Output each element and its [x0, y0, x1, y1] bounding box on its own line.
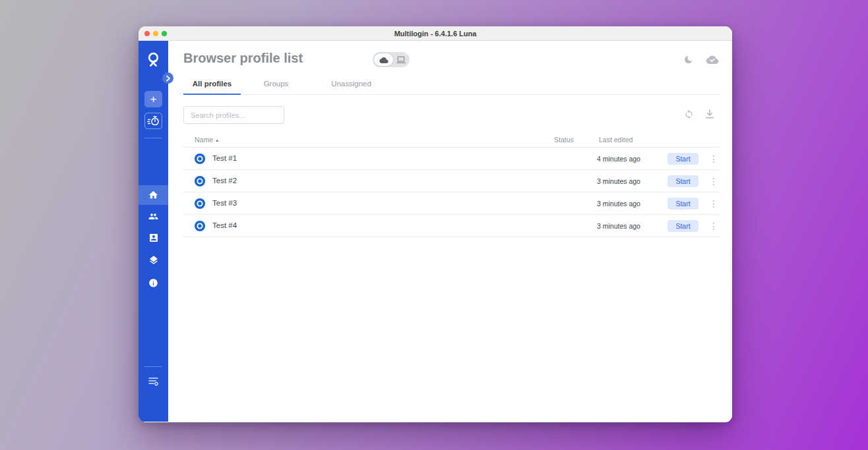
toggle-option-local[interactable]: [396, 55, 406, 67]
table-row[interactable]: Test #3 3 minutes ago Start ⋮: [168, 192, 732, 215]
chevron-right-icon: [166, 75, 171, 82]
sidebar-item-contacts[interactable]: [139, 228, 168, 248]
mimic-browser-icon: [195, 154, 205, 164]
row-menu-icon[interactable]: ⋮: [709, 175, 717, 188]
column-header-name[interactable]: Name▲: [195, 136, 219, 144]
column-header-last-edited[interactable]: Last edited: [599, 136, 633, 144]
refresh-button[interactable]: [684, 109, 694, 122]
sidebar-item-teams[interactable]: [139, 206, 168, 226]
profile-name: Test #4: [212, 221, 237, 229]
cloud-local-toggle[interactable]: [373, 52, 410, 67]
tabs: All profiles Groups Unassigned: [168, 77, 732, 95]
start-button[interactable]: Start: [667, 153, 698, 165]
stopwatch-icon: [147, 115, 160, 127]
row-menu-icon[interactable]: ⋮: [709, 219, 717, 233]
start-button[interactable]: Start: [667, 198, 698, 210]
app-window: Multilogin - 6.4.1.6 Luna +: [139, 26, 732, 422]
profile-name: Test #2: [212, 177, 237, 184]
people-icon: [147, 211, 160, 221]
profile-last-edited: 3 minutes ago: [597, 222, 640, 230]
cloud-synced-icon: [706, 55, 719, 64]
profile-rows: Test #1 4 minutes ago Start ⋮ Test #2: [168, 148, 732, 237]
header-action-icons: [683, 55, 719, 67]
table-header: Name▲ Status Last edited: [168, 134, 732, 148]
list-action-icons: [684, 109, 714, 122]
mimic-browser-icon: [195, 198, 205, 209]
quick-profile-button[interactable]: [144, 113, 162, 129]
column-header-status[interactable]: Status: [554, 136, 574, 144]
start-button[interactable]: Start: [667, 220, 698, 232]
tab-unassigned[interactable]: Unassigned: [318, 77, 385, 95]
cloud-icon: [379, 57, 388, 63]
sidebar-item-home[interactable]: [139, 185, 168, 205]
profile-name: Test #3: [212, 199, 237, 207]
window-title: Multilogin - 6.4.1.6 Luna: [394, 30, 477, 38]
contact-card-icon: [148, 233, 159, 243]
automation-settings-button[interactable]: [139, 372, 168, 389]
main-content: Browser profile list: [168, 41, 732, 422]
table-row[interactable]: Test #4 3 minutes ago Start ⋮: [168, 215, 732, 237]
sidebar-expand-button[interactable]: [162, 72, 173, 84]
toggle-knob-cloud[interactable]: [374, 53, 393, 66]
profile-last-edited: 3 minutes ago: [597, 200, 640, 208]
download-button[interactable]: [705, 109, 714, 122]
sidebar-divider-top: [144, 138, 162, 138]
refresh-icon: [684, 109, 694, 119]
table-row[interactable]: Test #2 3 minutes ago Start ⋮: [168, 170, 732, 192]
mimic-browser-icon: [195, 221, 205, 231]
page-title: Browser profile list: [183, 51, 303, 66]
profile-last-edited: 4 minutes ago: [597, 155, 640, 163]
sidebar-divider-bottom: [144, 366, 162, 367]
profile-name: Test #1: [212, 154, 237, 162]
list-settings-icon: [148, 376, 159, 386]
multilogin-logo-icon: [144, 51, 162, 70]
table-row[interactable]: Test #1 4 minutes ago Start ⋮: [168, 148, 732, 170]
home-icon: [148, 190, 159, 200]
close-button[interactable]: [144, 31, 150, 36]
desktop-background: Multilogin - 6.4.1.6 Luna +: [0, 0, 868, 450]
row-menu-icon[interactable]: ⋮: [709, 152, 717, 165]
info-icon: [148, 278, 158, 288]
titlebar: Multilogin - 6.4.1.6 Luna: [139, 26, 732, 41]
row-divider: [183, 237, 720, 237]
traffic-lights: [144, 31, 167, 36]
add-profile-button[interactable]: +: [144, 91, 162, 107]
tab-groups[interactable]: Groups: [249, 77, 303, 95]
dark-mode-button[interactable]: [683, 55, 693, 67]
sidebar-item-info[interactable]: [139, 273, 168, 293]
minimize-button[interactable]: [153, 31, 158, 36]
sidebar-item-plugins[interactable]: [139, 250, 168, 270]
start-button[interactable]: Start: [667, 175, 698, 187]
moon-icon: [683, 55, 693, 65]
layers-icon: [148, 255, 159, 266]
sort-asc-icon: ▲: [215, 138, 219, 142]
zoom-button[interactable]: [162, 31, 167, 36]
cloud-sync-status-button[interactable]: [706, 55, 719, 67]
profile-last-edited: 3 minutes ago: [597, 177, 640, 185]
mimic-browser-icon: [195, 176, 205, 186]
download-icon: [705, 109, 714, 119]
sidebar: +: [139, 41, 168, 422]
search-input[interactable]: [183, 106, 284, 124]
row-menu-icon[interactable]: ⋮: [709, 197, 717, 210]
tab-all-profiles[interactable]: All profiles: [183, 77, 241, 95]
plus-icon: +: [150, 94, 157, 105]
laptop-icon: [396, 56, 406, 64]
